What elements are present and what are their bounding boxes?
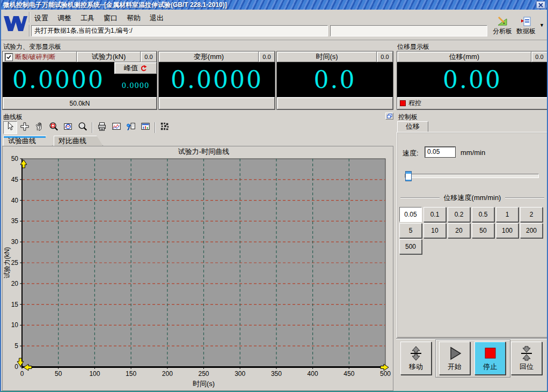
barcode-button[interactable] xyxy=(158,121,172,134)
speed-preset-0.2[interactable]: 0.2 xyxy=(448,207,470,222)
svg-text:200: 200 xyxy=(162,370,173,378)
deform-header: 变形(mm) 0.0 xyxy=(159,51,275,62)
speed-preset-500[interactable]: 500 xyxy=(399,239,422,254)
svg-text:25: 25 xyxy=(11,259,19,267)
toolbar-separator xyxy=(92,122,93,133)
menu-separator xyxy=(29,12,30,23)
return-home-icon xyxy=(518,345,535,361)
break-judge-label: 断裂/破碎判断 xyxy=(15,53,55,62)
svg-text:30: 30 xyxy=(11,238,19,246)
svg-text:20: 20 xyxy=(11,280,19,287)
speed-slider-thumb[interactable] xyxy=(405,171,412,181)
zoom-curve-button[interactable] xyxy=(61,121,75,134)
svg-text:试验力-时间曲线: 试验力-时间曲线 xyxy=(178,147,229,156)
chart-area[interactable]: 0501001502002503003504004505000510152025… xyxy=(2,146,393,391)
tab-displacement[interactable]: 位移 xyxy=(397,121,428,132)
svg-text:10: 10 xyxy=(11,321,19,329)
curve-tabs: 试验曲线对比曲线 xyxy=(3,136,103,146)
menu-item-4[interactable]: 帮助 xyxy=(125,12,143,24)
speed-input[interactable]: 0.05 xyxy=(425,147,455,157)
curve-tab-1[interactable]: 对比曲线 xyxy=(54,136,103,146)
start-label: 开始 xyxy=(448,362,462,372)
curve-tab-0[interactable]: 试验曲线 xyxy=(3,136,53,146)
menu-item-3[interactable]: 窗口 xyxy=(101,12,120,24)
divider-left xyxy=(400,197,440,198)
peak-column: 峰值 0.0000 xyxy=(114,62,157,97)
deform-display: 0.0000 xyxy=(159,62,275,97)
menu-item-5[interactable]: 退出 xyxy=(148,12,166,24)
peak-reset-button[interactable]: 峰值 xyxy=(114,62,157,74)
crosshair-button[interactable] xyxy=(18,121,32,134)
stop-square-icon xyxy=(482,345,498,361)
speed-preset-100[interactable]: 100 xyxy=(496,223,518,238)
close-icon xyxy=(538,3,543,8)
force-capacity: 50.0kN xyxy=(3,97,157,109)
tab-displacement-label: 位移 xyxy=(406,122,420,131)
analysis-panel-button[interactable]: 分析板 xyxy=(491,16,514,36)
time-display-group: 时间(s) 0.0 0.0 xyxy=(276,51,393,110)
data-window-button[interactable] xyxy=(138,121,152,134)
restore-icon xyxy=(387,114,392,119)
time-value: 0.0 xyxy=(314,68,356,92)
analysis-icon xyxy=(496,16,508,27)
svg-text:35: 35 xyxy=(11,217,19,225)
data-panel-icon xyxy=(520,16,532,27)
disp-corner-value: 0.0 xyxy=(531,51,547,62)
time-bottom-strip xyxy=(277,97,393,109)
speed-group-label: 位移速度(mm/min) xyxy=(440,193,506,203)
speed-preset-grid: 0.050.10.20.5125102050100200500 xyxy=(399,207,543,254)
speed-preset-1[interactable]: 1 xyxy=(496,207,518,222)
analysis-label: 分析板 xyxy=(493,27,512,36)
speed-preset-0.1[interactable]: 0.1 xyxy=(423,207,446,222)
peak-refresh-icon xyxy=(140,65,147,72)
return-button[interactable]: 回位 xyxy=(511,342,542,375)
zoom-curve-icon xyxy=(63,122,73,134)
svg-text:250: 250 xyxy=(198,370,209,378)
speed-preset-0.05[interactable]: 0.05 xyxy=(399,207,422,222)
print-button[interactable] xyxy=(95,121,109,134)
speed-preset-5[interactable]: 5 xyxy=(399,223,422,238)
start-button[interactable]: 开始 xyxy=(439,342,470,375)
move-label: 移动 xyxy=(409,362,423,372)
zoom-button[interactable] xyxy=(76,121,90,134)
zoom-region-button[interactable] xyxy=(47,121,61,134)
svg-text:350: 350 xyxy=(271,370,282,378)
deform-value: 0.0000 xyxy=(171,68,263,92)
close-button[interactable] xyxy=(536,1,545,9)
disp-display-group: 位移(mm) 0.0 0.00 程控 xyxy=(397,51,548,110)
speed-slider-track[interactable] xyxy=(405,174,539,178)
more-actions-dropdown[interactable]: ▼ xyxy=(539,23,544,28)
time-display: 0.0 xyxy=(277,62,393,97)
speed-preset-20[interactable]: 20 xyxy=(448,223,470,238)
svg-text:40: 40 xyxy=(11,197,19,204)
speed-preset-0.5[interactable]: 0.5 xyxy=(472,207,494,222)
program-control-label: 程控 xyxy=(408,99,421,108)
break-judge-checkbox[interactable]: 断裂/破碎判断 xyxy=(3,51,77,62)
menu-item-2[interactable]: 工具 xyxy=(78,12,97,24)
data-panel-label: 数据板 xyxy=(516,27,536,36)
move-button[interactable]: 移动 xyxy=(400,342,432,375)
data-panel-button[interactable]: 数据板 xyxy=(514,16,538,36)
svg-text:450: 450 xyxy=(344,370,354,378)
copy-curve-button[interactable] xyxy=(124,121,138,134)
force-corner-value: 0.0 xyxy=(141,51,157,62)
curve-panel-restore-button[interactable] xyxy=(385,113,393,120)
start-play-icon xyxy=(447,345,463,361)
speed-preset-10[interactable]: 10 xyxy=(423,223,446,238)
svg-text:500: 500 xyxy=(380,370,391,378)
program-control-indicator-icon xyxy=(400,100,406,106)
select-cursor-button[interactable] xyxy=(3,121,17,134)
menu-item-1[interactable]: 调整 xyxy=(55,12,74,24)
pan-hand-button[interactable] xyxy=(32,121,46,134)
svg-text:时间(s): 时间(s) xyxy=(193,380,215,388)
speed-preset-2[interactable]: 2 xyxy=(520,207,543,222)
brand-logo-icon xyxy=(3,11,28,37)
crosshair-icon xyxy=(20,122,30,134)
speed-preset-200[interactable]: 200 xyxy=(520,223,543,238)
stop-button[interactable]: 停止 xyxy=(474,342,506,375)
menu-item-0[interactable]: 设置 xyxy=(32,12,50,24)
curve-toolbar xyxy=(3,121,172,135)
speed-preset-50[interactable]: 50 xyxy=(472,223,494,238)
svg-text:300: 300 xyxy=(235,370,245,378)
curve-style-button[interactable] xyxy=(109,121,123,134)
